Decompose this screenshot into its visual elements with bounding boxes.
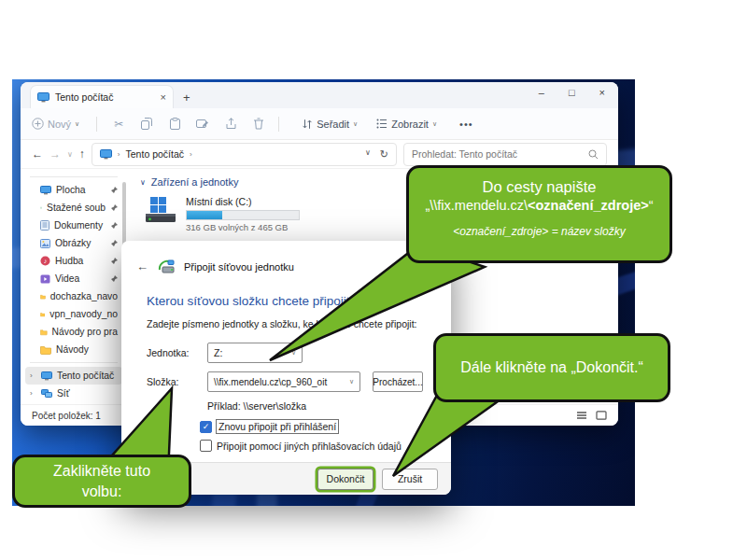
dialog-title: Připojit síťovou jednotku: [184, 261, 294, 273]
item-count: Počet položek: 1: [32, 411, 101, 421]
sidebar-item-label: vpn_navody_no: [49, 309, 118, 319]
copy-icon[interactable]: [134, 118, 159, 130]
view-button-label: Zobrazit: [391, 119, 429, 130]
rename-icon[interactable]: [190, 118, 215, 130]
sidebar-item-obrazky[interactable]: Obrázky: [25, 234, 122, 252]
refresh-icon[interactable]: ↻: [380, 148, 388, 161]
sort-arrows-icon: [302, 119, 313, 130]
reconnect-checkbox-label[interactable]: Znovu připojit při přihlášení: [217, 420, 338, 433]
callout-line: Dále klikněte na „Dokončit.“: [460, 359, 643, 376]
cancel-button[interactable]: Zrušit: [382, 469, 438, 490]
finish-button[interactable]: Dokončit: [317, 469, 374, 490]
folder-path-input[interactable]: \\fix.mendelu.cz\cp_960_oit ∨: [207, 371, 360, 392]
sidebar-item-label: Návody: [56, 344, 89, 355]
drive-letter-select[interactable]: Z: ∨: [207, 343, 303, 363]
back-button[interactable]: ←: [32, 147, 43, 161]
folder-icon: [40, 310, 45, 319]
up-button[interactable]: ↑: [79, 147, 85, 161]
share-icon[interactable]: [218, 118, 243, 130]
new-button-label: Nový: [48, 119, 71, 130]
breadcrumb-separator: ›: [190, 150, 192, 159]
maximize-button[interactable]: □: [569, 87, 575, 98]
sidebar-item-folder-dochazka[interactable]: dochazka_navo: [25, 287, 122, 305]
sidebar-item-label: Obrázky: [55, 238, 91, 248]
forward-button[interactable]: →: [49, 147, 61, 161]
dialog-back-icon[interactable]: ←: [136, 259, 148, 273]
music-icon: ♪: [40, 256, 50, 266]
tree-expand-icon[interactable]: ›: [30, 389, 36, 398]
sidebar-item-plocha[interactable]: Plocha: [25, 181, 122, 199]
chevron-down-icon: ∨: [432, 120, 437, 128]
chevron-down-icon: ∨: [353, 120, 358, 128]
sidebar-item-label: Videa: [55, 273, 79, 284]
sidebar-item-dokumenty[interactable]: Dokumenty: [25, 217, 122, 234]
tab-close-icon[interactable]: ×: [161, 91, 166, 103]
address-dropdown-icon[interactable]: ∨: [365, 148, 371, 161]
pin-icon: [110, 222, 118, 230]
drive-capacity-fill: [187, 211, 222, 219]
sidebar-item-tento-pocitac[interactable]: › Tento počítač: [25, 367, 122, 385]
tab-bar: Tento počítač × + – □ ×: [21, 82, 618, 108]
pictures-icon: [40, 239, 50, 248]
plus-circle-icon: [32, 118, 44, 130]
path-suffix: “: [649, 198, 654, 213]
sidebar-item-label: dochazka_navo: [50, 291, 118, 301]
sort-button-label: Seřadit: [317, 119, 349, 130]
callout-finish-instruction: Dále klikněte na „Dokončit.“: [433, 333, 670, 402]
folder-label: Složka:: [147, 376, 207, 387]
command-bar: Nový ∨ ✂: [21, 108, 618, 140]
toolbar-divider: [96, 117, 97, 132]
monitor-icon: [37, 92, 49, 103]
callout-line: volbu:: [15, 482, 189, 502]
sidebar-item-label: Plocha: [56, 185, 85, 195]
new-button[interactable]: Nový ∨: [32, 118, 79, 130]
pin-icon: [110, 275, 118, 283]
other-credentials-label[interactable]: Připojit pomocí jiných přihlašovacích úd…: [217, 441, 402, 452]
large-icons-view-icon[interactable]: [596, 411, 607, 420]
sort-button[interactable]: Seřadit ∨: [302, 119, 358, 130]
reconnect-checkbox-row[interactable]: ✓ Znovu připojit při přihlášení: [200, 420, 432, 433]
more-options-button[interactable]: •••: [459, 119, 473, 130]
chevron-down-icon: ∨: [349, 378, 354, 385]
downloads-icon: [40, 203, 42, 213]
checkbox-unchecked-icon[interactable]: [200, 440, 212, 452]
cut-icon[interactable]: ✂: [106, 118, 131, 131]
navigation-pane: Plocha Stažené soub Dokumenty: [21, 169, 127, 405]
search-input[interactable]: Prohledat: Tento počítač: [403, 143, 607, 166]
drive-capacity-bar: [186, 210, 300, 220]
sidebar-item-stazene[interactable]: Stažené soub: [25, 199, 122, 217]
pin-icon: [110, 204, 118, 212]
sidebar-item-sit[interactable]: › Síť: [25, 385, 122, 402]
pin-icon: [110, 187, 118, 194]
folder-icon: [40, 345, 51, 355]
minimize-button[interactable]: –: [539, 87, 544, 98]
sidebar-item-folder-navody-pro[interactable]: Návody pro pra: [25, 323, 122, 341]
sidebar-item-label: Tento počítač: [57, 371, 114, 381]
sidebar-item-label: Hudba: [55, 256, 83, 266]
browse-button-label: Procházet...: [373, 377, 422, 387]
view-button[interactable]: Zobrazit ∨: [376, 119, 437, 130]
details-view-icon[interactable]: [576, 411, 587, 420]
paste-icon[interactable]: [162, 118, 187, 130]
breadcrumb-separator: ›: [118, 150, 120, 159]
browse-button[interactable]: Procházet...: [373, 371, 423, 392]
close-button[interactable]: ×: [599, 87, 605, 98]
tree-expand-icon[interactable]: ›: [30, 371, 36, 380]
breadcrumb-location[interactable]: Tento počítač: [126, 148, 184, 160]
delete-icon[interactable]: [247, 118, 271, 130]
checkbox-checked-icon[interactable]: ✓: [200, 421, 212, 433]
sidebar-item-videa[interactable]: Videa: [25, 270, 122, 287]
sidebar-item-folder-navody[interactable]: Návody: [25, 341, 122, 358]
sidebar-item-folder-vpn[interactable]: vpn_navody_no: [25, 305, 122, 323]
tab-tento-pocitac[interactable]: Tento počítač ×: [30, 85, 174, 108]
other-credentials-checkbox-row[interactable]: Připojit pomocí jiných přihlašovacích úd…: [200, 440, 432, 452]
example-text: Příklad: \\server\složka: [207, 400, 432, 412]
sidebar-item-label: Dokumenty: [54, 220, 103, 231]
folder-icon: [40, 328, 48, 337]
sidebar-item-hudba[interactable]: ♪ Hudba: [25, 252, 122, 270]
tab-title: Tento počítač: [55, 91, 113, 103]
new-tab-button[interactable]: +: [183, 91, 190, 105]
section-collapse-icon[interactable]: ∨: [140, 178, 146, 187]
breadcrumb[interactable]: › Tento počítač › ∨ ↻: [92, 143, 397, 166]
recent-locations-button[interactable]: ∨: [67, 150, 73, 159]
